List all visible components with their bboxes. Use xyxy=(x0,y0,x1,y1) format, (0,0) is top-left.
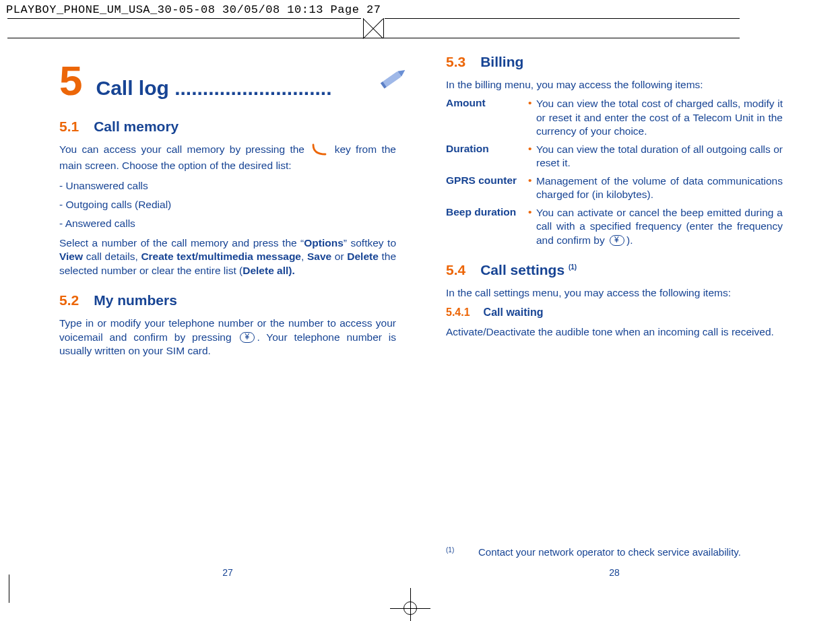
definition-desc: You can view the total cost of charged c… xyxy=(536,97,783,138)
paragraph: Select a number of the call memory and p… xyxy=(59,236,396,277)
call-key-icon xyxy=(312,143,327,159)
definition-desc: Management of the volume of data communi… xyxy=(536,174,783,202)
section-title: Billing xyxy=(480,54,523,69)
paragraph: Activate/Deactivate the audible tone whe… xyxy=(446,325,783,339)
section-5-2-heading: 5.2My numbers xyxy=(59,292,396,308)
definition-row: GPRS counter • Management of the volume … xyxy=(446,174,783,202)
footnote: (1) Contact your network operator to che… xyxy=(446,546,741,558)
definition-term: Duration xyxy=(446,143,528,170)
list-item: Unanswered calls xyxy=(59,180,396,192)
list-item: Answered calls xyxy=(59,218,396,230)
definition-row: Amount • You can view the total cost of … xyxy=(446,97,783,138)
section-5-4-heading: 5.4Call settings (1) xyxy=(446,262,783,278)
subsection-5-4-1-heading: 5.4.1Call waiting xyxy=(446,306,783,319)
definition-row: Duration • You can view the total durati… xyxy=(446,143,783,170)
definition-term: Amount xyxy=(446,97,528,138)
footnote-mark: (1) xyxy=(446,546,478,558)
section-number: 5.4 xyxy=(446,262,465,277)
section-title: Call memory xyxy=(94,119,179,134)
footnote-text: Contact your network operator to check s… xyxy=(478,546,741,558)
preflight-header: PLAYBOY_PHONE_UM_USA_30-05-08 30/05/08 1… xyxy=(6,3,381,16)
section-title: My numbers xyxy=(94,292,177,308)
bullet-icon: • xyxy=(528,143,536,170)
registration-mark xyxy=(397,595,424,621)
chapter-number: 5 xyxy=(59,62,82,100)
page-spread: 5 Call log ............................ … xyxy=(59,54,783,586)
page-27: 5 Call log ............................ … xyxy=(59,54,396,586)
definition-term: GPRS counter xyxy=(446,174,528,202)
subsection-title: Call waiting xyxy=(484,306,544,318)
paragraph: Type in or modify your telephone number … xyxy=(59,317,396,358)
section-5-1-heading: 5.1Call memory xyxy=(59,119,396,135)
section-number: 5.3 xyxy=(446,54,465,69)
section-number: 5.2 xyxy=(59,292,79,308)
page-28: 5.3Billing In the billing menu, you may … xyxy=(446,54,783,586)
crop-mark-left xyxy=(9,575,9,603)
footnote-ref: (1) xyxy=(569,263,577,271)
page-number: 28 xyxy=(446,567,783,578)
bullet-icon: • xyxy=(528,97,536,138)
page: PLAYBOY_PHONE_UM_USA_30-05-08 30/05/08 1… xyxy=(0,0,840,621)
bullet-icon: • xyxy=(528,174,536,202)
pen-icon xyxy=(376,67,410,94)
paragraph: You can access your call memory by press… xyxy=(59,143,396,173)
paragraph: In the call settings menu, you may acces… xyxy=(446,286,783,300)
bullet-icon: • xyxy=(528,206,536,247)
subsection-number: 5.4.1 xyxy=(446,306,470,318)
paragraph: In the billing menu, you may access the … xyxy=(446,78,783,92)
section-5-3-heading: 5.3Billing xyxy=(446,54,783,70)
list-item: Outgoing calls (Redial) xyxy=(59,199,396,211)
chapter-heading: 5 Call log ............................ xyxy=(59,62,396,100)
definition-term: Beep duration xyxy=(446,206,528,247)
crop-marks-top xyxy=(7,18,742,43)
page-number: 27 xyxy=(59,567,396,578)
definition-list: Amount • You can view the total cost of … xyxy=(446,97,783,247)
definition-desc: You can view the total duration of all o… xyxy=(536,143,783,170)
ok-key-icon xyxy=(610,235,624,246)
section-title: Call settings (1) xyxy=(480,262,577,277)
definition-desc: You can activate or cancel the beep emit… xyxy=(536,206,783,247)
ok-key-icon xyxy=(240,332,255,343)
section-number: 5.1 xyxy=(59,119,79,134)
definition-row: Beep duration • You can activate or canc… xyxy=(446,206,783,247)
chapter-title: Call log ............................ xyxy=(96,77,396,100)
